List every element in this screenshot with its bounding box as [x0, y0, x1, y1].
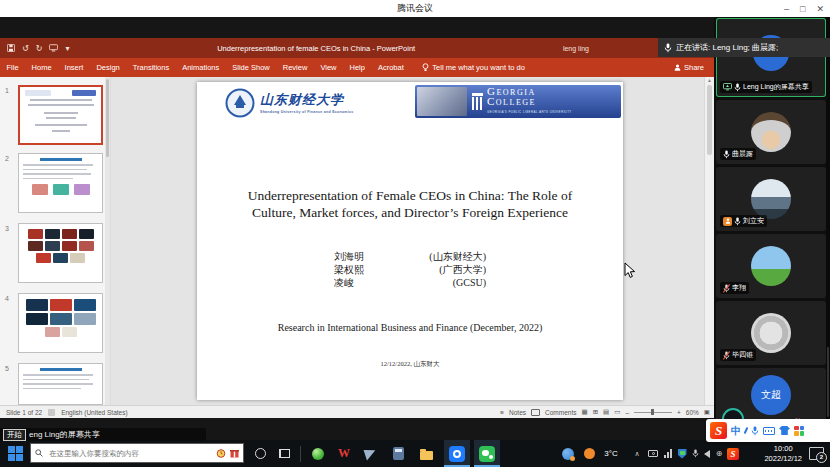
participant-tile[interactable]: 毕四锥: [716, 301, 826, 365]
tab-animations[interactable]: Animations: [176, 58, 226, 77]
tab-acrobat[interactable]: Acrobat: [371, 58, 410, 77]
avatar: [751, 313, 791, 353]
tab-slideshow[interactable]: Slide Show: [226, 58, 277, 77]
notification-center-icon[interactable]: 2: [809, 447, 824, 460]
notes-button[interactable]: Notes: [509, 409, 526, 416]
view-normal-icon[interactable]: ▦: [581, 408, 587, 416]
browser-360-icon[interactable]: [306, 440, 330, 467]
skin-icon[interactable]: [779, 426, 790, 435]
language-indicator[interactable]: English (United States): [61, 409, 127, 416]
undo-icon[interactable]: ↺: [22, 44, 29, 53]
scrollbar-thumb[interactable]: [707, 85, 712, 155]
toolbox-icon[interactable]: [794, 426, 804, 436]
mic-tray-icon[interactable]: [689, 440, 701, 467]
tray-expand-icon[interactable]: ∧: [630, 440, 644, 467]
share-button[interactable]: Share: [674, 63, 704, 72]
participant-tile[interactable]: 刘立安: [716, 167, 826, 231]
slide-journal-line: Research in International Business and F…: [197, 322, 623, 333]
network-signal-icon[interactable]: [661, 440, 675, 467]
mic-muted-icon: [723, 284, 730, 293]
zoom-slider-thumb[interactable]: [651, 409, 654, 415]
speaking-label: 正在讲话: Leng Ling; 曲晨露;: [676, 42, 778, 53]
sogou-logo-icon[interactable]: S: [710, 422, 727, 439]
notes-icon: ≡: [500, 409, 504, 416]
view-sorter-icon[interactable]: ⊞: [593, 408, 598, 416]
task-view-icon[interactable]: [272, 440, 296, 467]
ppt-account-name[interactable]: leng ling: [563, 45, 589, 52]
maximize-icon[interactable]: □: [800, 4, 805, 14]
wps-icon[interactable]: W: [332, 440, 356, 467]
globe-icon[interactable]: [556, 440, 580, 467]
slide-thumbnail-1[interactable]: [18, 85, 103, 145]
slide-thumbnail-5[interactable]: [18, 363, 103, 405]
tab-review[interactable]: Review: [276, 58, 314, 77]
participant-tile-screen-share[interactable]: Leng Ling的屏幕共享: [716, 18, 826, 97]
weather-icon[interactable]: [582, 440, 596, 467]
author-row: 刘海明 (山东财经大): [334, 250, 486, 263]
zoom-slider[interactable]: [634, 412, 672, 413]
security-shield-icon[interactable]: [675, 440, 689, 467]
windows-taskbar: W 3°C ∧ ⊕ S 10:00 2022/12/12 2: [0, 440, 830, 467]
sdufe-emblem-icon: [225, 88, 255, 118]
view-slideshow-icon[interactable]: ▭: [614, 408, 620, 416]
taskbar-search-box[interactable]: [30, 443, 244, 463]
tab-transitions[interactable]: Transitions: [126, 58, 175, 77]
author-name: 梁权熙: [334, 263, 364, 276]
chinese-mode-icon[interactable]: 中: [731, 424, 741, 438]
weather-temp[interactable]: 3°C: [598, 440, 624, 467]
punctuation-icon[interactable]: [744, 427, 749, 434]
sogou-tray-icon[interactable]: S: [725, 440, 741, 467]
ppt-status-bar: Slide 1 of 22 English (United States) ≡ …: [0, 405, 714, 418]
sidebar-scrollbar[interactable]: [826, 17, 830, 440]
screenshot-root: { "glyphs": { "minimize": "–", "maximize…: [0, 0, 830, 467]
wechat-app-icon[interactable]: [474, 440, 500, 467]
slide-thumbnail-3[interactable]: [18, 223, 103, 283]
search-input[interactable]: [47, 448, 212, 459]
start-from-beginning-icon[interactable]: [49, 44, 58, 52]
voice-input-icon[interactable]: [751, 426, 759, 436]
thumbnail-scrollbar[interactable]: [105, 77, 110, 405]
mail-send-icon[interactable]: [358, 440, 382, 467]
tab-home[interactable]: Home: [25, 58, 58, 77]
thumb2-images: [19, 184, 102, 195]
tray-gear-icon[interactable]: ⊕: [713, 440, 725, 467]
minimize-icon[interactable]: –: [784, 4, 789, 14]
tab-help[interactable]: Help: [343, 58, 371, 77]
calculator-icon[interactable]: [386, 440, 410, 467]
save-icon[interactable]: [7, 44, 15, 52]
thumb1-authors: [44, 112, 78, 114]
slide-thumbnail-2[interactable]: [18, 153, 103, 213]
tencent-meeting-app-icon[interactable]: [444, 440, 470, 467]
taskbar-clock[interactable]: 10:00 2022/12/12: [764, 444, 802, 463]
tab-file[interactable]: File: [0, 58, 25, 77]
start-button[interactable]: [8, 446, 23, 461]
proofing-icon[interactable]: [48, 409, 55, 416]
participant-tile[interactable]: 曲晨露: [716, 100, 826, 164]
tab-design[interactable]: Design: [90, 58, 126, 77]
zoom-out-icon[interactable]: –: [625, 409, 629, 416]
comments-button[interactable]: Comments: [545, 409, 576, 416]
fit-slide-icon[interactable]: ▣: [704, 408, 710, 416]
slide-scrollbar[interactable]: ▲: [704, 77, 714, 405]
tab-view[interactable]: View: [314, 58, 343, 77]
zoom-level[interactable]: 60%: [686, 409, 699, 416]
participants-sidebar: Leng Ling的屏幕共享 曲晨露 刘立安 李翔 毕四锥: [714, 17, 830, 440]
zoom-in-icon[interactable]: +: [677, 409, 681, 416]
redo-icon[interactable]: ↻: [36, 44, 43, 53]
participant-tile[interactable]: 李翔: [716, 234, 826, 298]
close-icon[interactable]: ✕: [816, 4, 824, 14]
sogou-input-bar: S 中: [706, 419, 830, 442]
tab-insert[interactable]: Insert: [58, 58, 90, 77]
file-explorer-icon[interactable]: [414, 440, 438, 467]
volume-icon[interactable]: [701, 440, 713, 467]
tell-me-box[interactable]: Tell me what you want to do: [422, 63, 525, 72]
mic-icon: [664, 43, 672, 53]
scroll-up-icon[interactable]: ▲: [707, 77, 712, 83]
mic-icon: [734, 83, 741, 92]
soft-keyboard-icon[interactable]: [763, 427, 775, 435]
cortana-icon[interactable]: [248, 440, 272, 467]
slide-thumbnail-4[interactable]: [18, 293, 103, 353]
camera-tray-icon[interactable]: [645, 440, 661, 467]
view-reading-icon[interactable]: ▤: [603, 408, 609, 416]
current-slide[interactable]: 山东财经大学 Shandong University of Finance an…: [197, 82, 623, 400]
